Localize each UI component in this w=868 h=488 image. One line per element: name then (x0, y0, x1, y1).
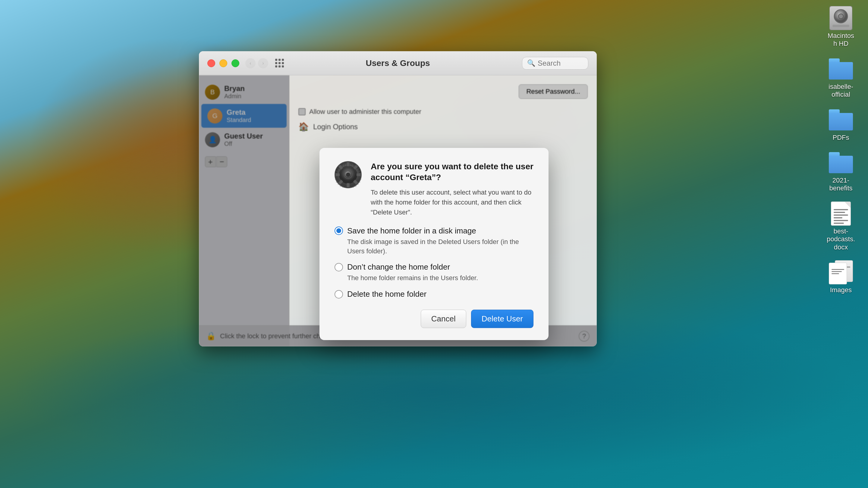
svg-rect-6 (347, 162, 350, 166)
nav-buttons: ‹ › (245, 58, 268, 68)
radio-delete-folder[interactable] (335, 290, 343, 298)
admin-checkbox-row: Allow user to administer this computer (299, 108, 588, 116)
sidebar: B Bryan Admin G Greta Standard 👤 Guest U… (199, 75, 289, 347)
images-label: Images (830, 286, 852, 294)
svg-rect-3 (832, 25, 849, 27)
radio-label-dont-change: Don’t change the home folder (347, 262, 450, 272)
avatar-greta: G (207, 108, 222, 124)
avatar-bryan: B (205, 85, 220, 100)
window-title: Users & Groups (366, 59, 430, 68)
desktop-icon-isabelle-official[interactable]: isabelle-official (826, 57, 856, 99)
dialog-title: Are you sure you want to delete the user… (371, 161, 533, 183)
radio-row-save: Save the home folder in a disk image (335, 226, 533, 235)
admin-checkbox[interactable] (299, 108, 306, 116)
add-user-button[interactable]: + (205, 156, 216, 167)
back-button[interactable]: ‹ (245, 58, 255, 68)
sidebar-name-guest: Guest User (224, 132, 263, 140)
login-options[interactable]: 🏠 Login Options (299, 122, 588, 132)
dialog-buttons: Cancel Delete User (335, 310, 533, 328)
radio-dont-change[interactable] (335, 263, 343, 271)
forward-button[interactable]: › (258, 58, 268, 68)
sidebar-name-greta: Greta (227, 108, 251, 117)
cancel-button[interactable]: Cancel (421, 310, 466, 328)
radio-desc-save: The disk image is saved in the Deleted U… (335, 237, 533, 256)
macintosh-hd-label: Macintosh HD (826, 32, 856, 48)
action-buttons: Reset Password... (519, 84, 588, 99)
radio-label-delete-folder: Delete the home folder (347, 290, 427, 299)
best-podcasts-label: best-podcasts.docx (826, 227, 856, 251)
sidebar-text-guest: Guest User Off (224, 132, 263, 147)
close-button[interactable] (207, 59, 215, 67)
sidebar-text-bryan: Bryan Admin (224, 84, 245, 100)
delete-user-dialog: Are you sure you want to delete the user… (319, 148, 549, 340)
desktop-icons-container: Macintosh HD isabelle-official PDFs (826, 6, 856, 294)
dialog-options: Save the home folder in a disk image The… (335, 226, 533, 299)
dialog-title-area: Are you sure you want to delete the user… (371, 161, 533, 217)
images-icon (829, 260, 853, 284)
sidebar-role-bryan: Admin (224, 93, 245, 100)
reset-password-label: Reset Password... (526, 88, 580, 95)
sidebar-role-greta: Standard (227, 117, 251, 124)
main-header: Reset Password... (299, 84, 588, 99)
system-preferences-icon (335, 161, 362, 188)
radio-row-delete-folder: Delete the home folder (335, 290, 533, 299)
pdfs-label: PDFs (833, 134, 849, 141)
radio-option-save-disk-image: Save the home folder in a disk image The… (335, 226, 533, 256)
search-input[interactable] (538, 59, 583, 67)
best-podcasts-icon (829, 201, 853, 226)
avatar-guest: 👤 (205, 132, 220, 147)
help-button[interactable]: ? (579, 331, 590, 341)
svg-point-2 (838, 14, 843, 19)
grid-view-button[interactable] (274, 58, 284, 68)
dialog-subtitle: To delete this user account, select what… (371, 187, 533, 217)
sidebar-item-bryan[interactable]: B Bryan Admin (199, 80, 289, 104)
svg-rect-11 (347, 183, 350, 187)
fullscreen-button[interactable] (231, 59, 239, 67)
desktop-icon-images[interactable]: Images (826, 260, 856, 294)
minimize-button[interactable] (219, 59, 227, 67)
2021-benefits-icon (829, 151, 853, 175)
radio-desc-dont-change: The home folder remains in the Users fol… (335, 273, 533, 283)
search-icon: 🔍 (527, 59, 535, 67)
macintosh-hd-icon (829, 6, 853, 30)
admin-label: Allow user to administer this computer (309, 108, 421, 116)
radio-label-save: Save the home folder in a disk image (347, 226, 476, 235)
grid-icon (275, 59, 284, 67)
isabelle-official-label: isabelle-official (826, 83, 856, 99)
desktop-icon-2021-benefits[interactable]: 2021-benefits (826, 151, 856, 193)
remove-user-button[interactable]: − (216, 156, 227, 167)
radio-option-dont-change: Don’t change the home folder The home fo… (335, 262, 533, 283)
reset-password-button[interactable]: Reset Password... (519, 84, 588, 99)
svg-rect-13 (336, 173, 340, 176)
radio-option-delete-folder: Delete the home folder (335, 290, 533, 299)
window-titlebar: ‹ › Users & Groups 🔍 (199, 51, 597, 75)
radio-row-dont-change: Don’t change the home folder (335, 262, 533, 272)
login-options-label: Login Options (313, 123, 358, 131)
desktop-icon-pdfs[interactable]: PDFs (826, 108, 856, 141)
sidebar-name-bryan: Bryan (224, 84, 245, 93)
2021-benefits-label: 2021-benefits (826, 176, 856, 193)
traffic-lights (207, 59, 239, 67)
delete-user-button[interactable]: Delete User (471, 310, 533, 328)
dialog-header: Are you sure you want to delete the user… (335, 161, 533, 217)
desktop-icon-macintosh-hd[interactable]: Macintosh HD (826, 6, 856, 48)
sidebar-item-greta[interactable]: G Greta Standard (201, 104, 287, 128)
svg-point-17 (346, 173, 350, 177)
lock-icon: 🔒 (206, 331, 216, 341)
sidebar-role-guest: Off (224, 140, 263, 147)
svg-rect-9 (356, 173, 361, 176)
sidebar-item-guest[interactable]: 👤 Guest User Off (199, 128, 289, 152)
search-box[interactable]: 🔍 (522, 57, 588, 70)
login-options-icon: 🏠 (299, 122, 309, 132)
pdfs-icon (829, 108, 853, 132)
radio-save-disk-image[interactable] (335, 227, 343, 235)
desktop-icon-best-podcasts[interactable]: best-podcasts.docx (826, 201, 856, 251)
sidebar-text-greta: Greta Standard (227, 108, 251, 124)
isabelle-official-icon (829, 57, 853, 81)
